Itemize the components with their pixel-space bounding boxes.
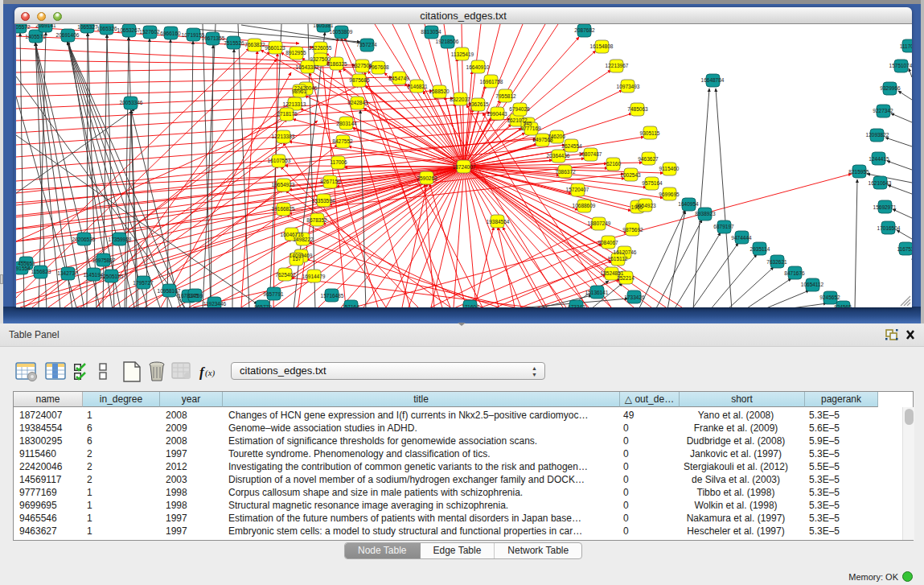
svg-text:10654112: 10654112 [801,282,824,287]
svg-text:1615112: 1615112 [608,256,628,262]
svg-text:9305115: 9305115 [640,130,660,136]
svg-text:8215955: 8215955 [848,169,869,175]
svg-text:12093822: 12093822 [866,132,889,138]
svg-text:1795727: 1795727 [133,280,154,286]
svg-text:9242843: 9242843 [347,100,368,105]
svg-text:1362615: 1362615 [468,101,489,107]
svg-text:16053809: 16053809 [330,29,353,35]
svg-text:7515526: 7515526 [224,40,244,46]
svg-text:19218506: 19218506 [436,39,459,44]
svg-text:6497568: 6497568 [532,137,553,142]
svg-text:7625402: 7625402 [275,272,296,278]
svg-text:15136141: 15136141 [585,290,609,295]
svg-text:171604: 171604 [462,304,479,307]
svg-text:2718176: 2718176 [277,111,298,117]
svg-text:10653267: 10653267 [117,27,141,33]
svg-text:1065327: 1065327 [77,24,98,30]
svg-text:12759: 12759 [188,293,203,299]
svg-text:1498222: 1498222 [293,237,314,242]
svg-text:16107553: 16107553 [268,158,291,163]
svg-text:16543382: 16543382 [296,64,319,70]
svg-text:7485063: 7485063 [627,106,648,112]
svg-text:9657791: 9657791 [263,291,284,297]
svg-text:19166825: 19166825 [272,206,295,212]
svg-text:9146821: 9146821 [407,84,428,89]
svg-text:2069141: 2069141 [35,24,56,28]
svg-text:6879197: 6879197 [713,224,734,229]
svg-text:1156823: 1156823 [31,269,51,274]
svg-text:20691406: 20691406 [56,32,80,38]
svg-text:17359928: 17359928 [109,237,132,242]
svg-text:13353594: 13353594 [312,198,335,204]
svg-text:11325419: 11325419 [451,51,474,57]
svg-text:12213313: 12213313 [283,101,306,107]
svg-text:10973493: 10973493 [617,84,640,89]
svg-text:8186325: 8186325 [326,61,347,67]
svg-text:98961: 98961 [292,89,306,94]
svg-text:20206535: 20206535 [72,237,96,242]
svg-text:8678352: 8678352 [306,217,327,223]
svg-text:16210643: 16210643 [869,180,892,186]
svg-text:157: 157 [293,256,302,262]
svg-text:3624554: 3624554 [561,143,582,149]
svg-text:173342: 173342 [568,304,585,307]
svg-text:20053346: 20053346 [120,100,143,105]
svg-text:12213383: 12213383 [272,134,295,139]
svg-text:6966160: 6966160 [160,31,181,36]
svg-text:6794028: 6794028 [509,106,530,112]
svg-text:7663822: 7663822 [244,42,265,47]
svg-text:8938923: 8938923 [695,211,716,216]
svg-text:2935114: 2935114 [750,246,770,252]
svg-text:252214: 252214 [617,275,634,281]
svg-text:7386372: 7386372 [555,169,576,175]
svg-text:16120746: 16120746 [614,249,637,255]
svg-text:10688609: 10688609 [573,203,596,208]
svg-text:9227342: 9227342 [873,108,893,113]
svg-text:16914479: 16914479 [302,274,326,279]
svg-text:10975887: 10975887 [92,257,116,263]
svg-text:62160: 62160 [606,161,621,167]
svg-text:9777169: 9777169 [520,126,541,131]
svg-text:2967608: 2967608 [368,64,389,70]
svg-text:1117015: 1117015 [900,43,912,49]
svg-text:8813054: 8813054 [421,29,441,35]
svg-text:1065326: 1065326 [97,26,117,31]
svg-text:1002543: 1002543 [620,172,641,178]
svg-text:11923446: 11923446 [203,301,227,307]
svg-text:7955812: 7955812 [495,93,516,99]
svg-text:157164: 157164 [342,304,359,307]
svg-text:12505155: 12505155 [101,274,124,279]
svg-text:19654923: 19654923 [272,182,295,187]
svg-text:9699695: 9699695 [659,192,680,197]
svg-text:1244415: 1244415 [869,156,889,162]
svg-text:1405571: 1405571 [25,34,46,39]
svg-text:7357274: 7357274 [356,42,377,47]
svg-text:8267150: 8267150 [320,179,341,184]
svg-text:20364436: 20364436 [547,153,570,159]
svg-text:8322037: 8322037 [450,97,470,102]
svg-text:117006: 117006 [330,159,347,165]
svg-text:8471676: 8471676 [784,270,805,276]
svg-text:9875692: 9875692 [622,227,643,233]
svg-text:15692971: 15692971 [873,204,897,210]
svg-text:1342737: 1342737 [57,270,78,276]
svg-text:9660123: 9660123 [265,45,285,51]
svg-text:2087682: 2087682 [574,27,595,33]
svg-text:9115460: 9115460 [659,166,680,171]
svg-text:12213967: 12213967 [606,63,629,68]
svg-text:15716485: 15716485 [321,293,344,299]
svg-text:391554: 391554 [16,266,31,271]
svg-text:1640954: 1640954 [678,201,699,207]
svg-text:9245652: 9245652 [819,295,840,300]
svg-text:18807249: 18807249 [588,220,611,226]
svg-text:10807487: 10807487 [579,151,602,157]
svg-text:2803144: 2803144 [336,121,357,126]
svg-text:9474444: 9474444 [731,235,752,241]
svg-text:15751074: 15751074 [889,63,912,68]
svg-text:16648784: 16648784 [701,77,725,83]
svg-text:16154808: 16154808 [590,43,614,49]
svg-text:7632621: 7632621 [766,259,787,265]
svg-text:16640910: 16640910 [466,64,490,70]
svg-text:10671355: 10671355 [202,35,225,41]
svg-text:1990443: 1990443 [487,111,507,117]
